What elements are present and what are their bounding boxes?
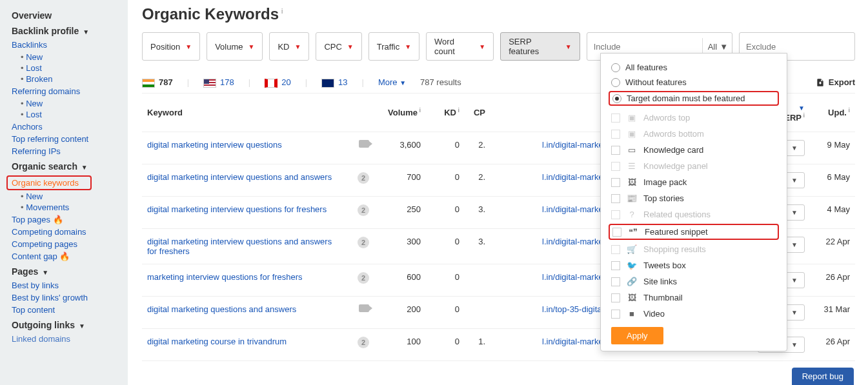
dd-all-features[interactable]: All features (601, 60, 787, 75)
nav-competing-domains[interactable]: Competing domains (12, 227, 128, 237)
nav-top-ref-content[interactable]: Top referring content (12, 134, 128, 144)
keyword-link[interactable]: marketing interview questions for freshe… (147, 272, 303, 282)
dd-image-pack[interactable]: 🖼Image pack (601, 174, 787, 190)
nav-ok-movements[interactable]: Movements (26, 202, 69, 212)
nav-linked-domains[interactable]: Linked domains (12, 334, 128, 344)
count-badge: 2 (358, 272, 369, 284)
nav-ok-new[interactable]: New (26, 192, 43, 201)
cpc-cell: 2. (465, 132, 490, 164)
nav-top-content[interactable]: Top content (12, 305, 128, 315)
dd-video[interactable]: ■Video (601, 306, 787, 322)
dd-featured-snippet[interactable]: ❝❞Featured snippet (609, 224, 779, 240)
nav-organic-search[interactable]: Organic search ▼ (12, 161, 128, 172)
nav-backlinks-broken[interactable]: Broken (26, 74, 52, 84)
flag-au-icon (321, 79, 334, 88)
filter-volume[interactable]: Volume▼ (207, 32, 263, 61)
dd-related-questions[interactable]: ?Related questions (601, 206, 787, 222)
country-au[interactable]: 13 (321, 77, 347, 88)
video-icon: ■ (627, 309, 637, 319)
cpc-cell (465, 296, 490, 328)
filter-position[interactable]: Position▼ (142, 32, 200, 61)
results-count: 787 results (420, 77, 461, 87)
country-ca[interactable]: 20 (265, 77, 290, 88)
flag-us-icon (203, 79, 216, 88)
filter-traffic[interactable]: Traffic▼ (368, 32, 419, 61)
country-more[interactable]: More ▼ (378, 77, 406, 87)
dd-adwords-top[interactable]: ▣Adwords top (601, 110, 787, 126)
th-keyword[interactable]: Keyword (142, 94, 348, 132)
kd-cell: 0 (426, 164, 465, 196)
twitter-icon: 🐦 (627, 261, 637, 270)
nav-competing-pages[interactable]: Competing pages (12, 239, 128, 249)
nav-backlink-profile[interactable]: Backlink profile ▼ (12, 26, 128, 36)
updated-cell: 26 Apr (810, 264, 855, 296)
dd-target-featured[interactable]: Target domain must be featured (609, 91, 779, 106)
dd-knowledge-panel[interactable]: ☰Knowledge panel (601, 158, 787, 174)
volume-cell: 250 (374, 196, 426, 228)
th-kd[interactable]: KD i (426, 94, 465, 132)
apply-button[interactable]: Apply (611, 327, 663, 344)
keyword-link[interactable]: digital marketing questions and answers (147, 304, 296, 314)
nav-organic-keywords[interactable]: Organic keywords (12, 178, 79, 188)
export-button[interactable]: Export (816, 77, 855, 87)
kd-cell: 0 (426, 196, 465, 228)
th-upd[interactable]: Upd. i (810, 94, 855, 132)
kd-cell: 0 (426, 328, 465, 360)
nav-content-gap[interactable]: Content gap 🔥 (12, 252, 128, 261)
dd-tweets[interactable]: 🐦Tweets box (601, 257, 787, 273)
nav-outgoing[interactable]: Outgoing links ▼ (12, 320, 128, 330)
filter-serp-features[interactable]: SERP features▼ (500, 32, 580, 61)
nav-referring-domains[interactable]: Referring domains (12, 86, 128, 96)
keyword-link[interactable]: digital marketing interview questions an… (147, 237, 332, 256)
card-icon: ▭ (627, 145, 637, 155)
nav-best-by-links[interactable]: Best by links (12, 281, 128, 290)
ad-icon: ▣ (627, 129, 637, 139)
dd-thumbnail[interactable]: 🖼Thumbnail (601, 290, 787, 306)
keyword-link[interactable]: digital marketing course in trivandrum (147, 337, 287, 346)
radio-icon (611, 78, 620, 87)
radio-on-icon (612, 94, 621, 103)
nav-overview[interactable]: Overview (12, 10, 128, 21)
country-in[interactable]: 787 (142, 77, 173, 88)
report-bug-button[interactable]: Report bug (792, 368, 854, 385)
th-cpc[interactable]: CP (465, 94, 490, 132)
ad-icon: ▣ (627, 113, 637, 123)
keyword-link[interactable]: digital marketing interview questions an… (147, 172, 332, 182)
dd-without-features[interactable]: Without features (601, 75, 787, 90)
nav-refdom-new[interactable]: New (26, 99, 43, 108)
nav-backlinks-lost[interactable]: Lost (26, 63, 42, 73)
checkbox-icon (611, 178, 620, 187)
nav-pages[interactable]: Pages ▼ (12, 266, 128, 277)
nav-top-pages[interactable]: Top pages 🔥 (12, 215, 128, 224)
kd-cell: 0 (426, 228, 465, 264)
nav-anchors[interactable]: Anchors (12, 122, 128, 132)
nav-refdom-lost[interactable]: Lost (26, 110, 42, 119)
country-us[interactable]: 178 (203, 77, 234, 88)
flag-in-icon (142, 79, 155, 88)
dd-top-stories[interactable]: 📰Top stories (601, 190, 787, 206)
checkbox-icon (611, 130, 620, 139)
keyword-link[interactable]: digital marketing interview questions (147, 140, 282, 150)
snippet-icon: ❝❞ (628, 227, 638, 237)
dd-site-links[interactable]: 🔗Site links (601, 273, 787, 290)
nav-backlinks-new[interactable]: New (26, 52, 43, 62)
volume-cell: 600 (374, 264, 426, 296)
filter-cpc[interactable]: CPC▼ (316, 32, 361, 61)
th-volume[interactable]: Volume i (374, 94, 426, 132)
keyword-link[interactable]: digital marketing interview questions fo… (147, 204, 327, 214)
flag-ca-icon (265, 79, 278, 88)
dd-shopping[interactable]: 🛒Shopping results (601, 241, 787, 257)
export-icon (816, 78, 825, 87)
nav-backlinks[interactable]: Backlinks (12, 40, 128, 50)
cpc-cell: 1. (465, 328, 490, 360)
count-badge: 2 (358, 172, 369, 184)
nav-referring-ips[interactable]: Referring IPs (12, 146, 128, 156)
filter-kd[interactable]: KD▼ (269, 32, 309, 61)
kd-cell: 0 (426, 132, 465, 164)
dd-knowledge-card[interactable]: ▭Knowledge card (601, 142, 787, 158)
dd-adwords-bottom[interactable]: ▣Adwords bottom (601, 126, 787, 142)
nav-best-by-growth[interactable]: Best by links' growth (12, 293, 128, 302)
filter-word-count[interactable]: Word count▼ (426, 32, 494, 61)
video-icon (359, 304, 369, 312)
include-input[interactable] (594, 42, 702, 52)
